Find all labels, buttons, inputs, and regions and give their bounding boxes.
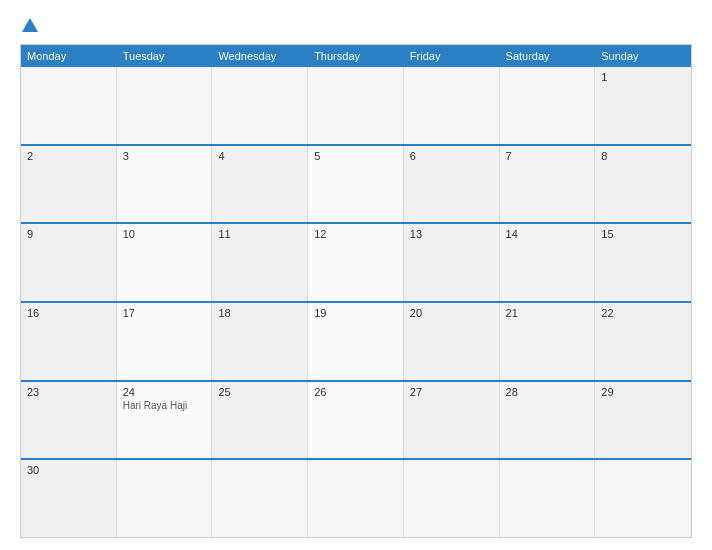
day-cell: 24Hari Raya Haji [117,382,213,459]
page: MondayTuesdayWednesdayThursdayFridaySatu… [0,0,712,550]
day-number: 5 [314,150,397,162]
day-header-wednesday: Wednesday [212,45,308,67]
day-number: 11 [218,228,301,240]
day-cell: 26 [308,382,404,459]
day-number: 26 [314,386,397,398]
day-number: 12 [314,228,397,240]
day-header-monday: Monday [21,45,117,67]
day-cell: 30 [21,460,117,537]
event-label: Hari Raya Haji [123,400,206,411]
day-cell: 20 [404,303,500,380]
day-cell: 3 [117,146,213,223]
day-cell: 14 [500,224,596,301]
day-number: 4 [218,150,301,162]
day-cell: 18 [212,303,308,380]
day-cell: 4 [212,146,308,223]
day-cell [595,460,691,537]
day-number: 2 [27,150,110,162]
day-cell: 21 [500,303,596,380]
day-number: 19 [314,307,397,319]
day-cell: 19 [308,303,404,380]
day-number: 23 [27,386,110,398]
day-cell: 25 [212,382,308,459]
day-number: 1 [601,71,685,83]
day-cell: 10 [117,224,213,301]
week-row-5: 30 [21,458,691,537]
week-row-2: 9101112131415 [21,222,691,301]
day-cell: 13 [404,224,500,301]
day-cell [117,460,213,537]
calendar: MondayTuesdayWednesdayThursdayFridaySatu… [20,44,692,538]
day-cell: 15 [595,224,691,301]
day-cell: 16 [21,303,117,380]
day-number: 17 [123,307,206,319]
day-number: 18 [218,307,301,319]
day-number: 6 [410,150,493,162]
day-number: 16 [27,307,110,319]
week-row-3: 16171819202122 [21,301,691,380]
day-number: 7 [506,150,589,162]
day-cell: 5 [308,146,404,223]
week-row-4: 2324Hari Raya Haji2526272829 [21,380,691,459]
day-cell: 11 [212,224,308,301]
logo [20,18,38,34]
day-cell [308,67,404,144]
day-cell: 7 [500,146,596,223]
day-cell [308,460,404,537]
logo-triangle-icon [22,18,38,32]
day-cell [21,67,117,144]
day-cell: 6 [404,146,500,223]
day-cell: 27 [404,382,500,459]
day-header-sunday: Sunday [595,45,691,67]
calendar-body: 123456789101112131415161718192021222324H… [21,67,691,537]
day-cell: 23 [21,382,117,459]
day-number: 14 [506,228,589,240]
day-header-tuesday: Tuesday [117,45,213,67]
day-header-friday: Friday [404,45,500,67]
day-number: 9 [27,228,110,240]
day-number: 21 [506,307,589,319]
day-number: 20 [410,307,493,319]
day-number: 25 [218,386,301,398]
day-number: 10 [123,228,206,240]
day-header-thursday: Thursday [308,45,404,67]
day-number: 3 [123,150,206,162]
day-cell [404,460,500,537]
week-row-0: 1 [21,67,691,144]
day-cell [500,67,596,144]
day-number: 22 [601,307,685,319]
day-number: 15 [601,228,685,240]
header [20,18,692,34]
day-cell: 29 [595,382,691,459]
day-cell: 2 [21,146,117,223]
day-number: 28 [506,386,589,398]
day-cell: 28 [500,382,596,459]
day-cell: 22 [595,303,691,380]
day-number: 30 [27,464,110,476]
day-cell: 17 [117,303,213,380]
day-number: 13 [410,228,493,240]
day-number: 8 [601,150,685,162]
day-cell: 9 [21,224,117,301]
day-cell [500,460,596,537]
day-cell: 1 [595,67,691,144]
day-cell [404,67,500,144]
day-header-saturday: Saturday [500,45,596,67]
days-header: MondayTuesdayWednesdayThursdayFridaySatu… [21,45,691,67]
day-number: 24 [123,386,206,398]
week-row-1: 2345678 [21,144,691,223]
day-cell [212,67,308,144]
day-cell: 12 [308,224,404,301]
day-number: 29 [601,386,685,398]
day-cell: 8 [595,146,691,223]
day-cell [117,67,213,144]
day-cell [212,460,308,537]
day-number: 27 [410,386,493,398]
